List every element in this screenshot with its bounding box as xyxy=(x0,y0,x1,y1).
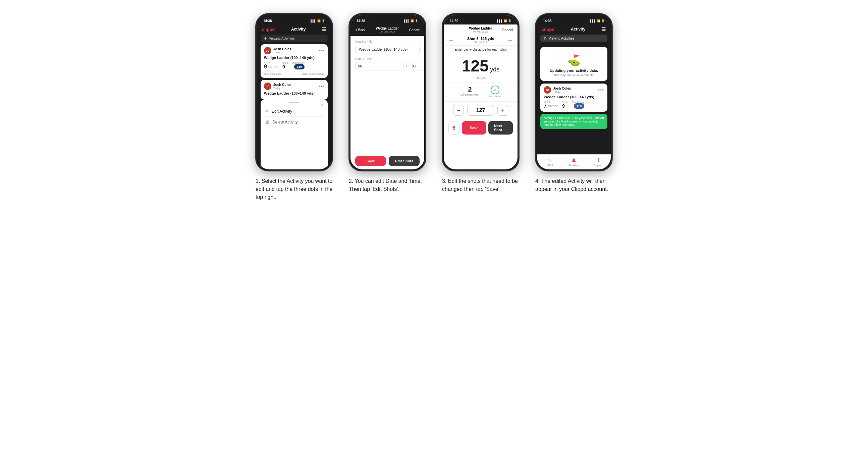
app-logo-4: clippd xyxy=(542,27,554,32)
stat-score-1: Score 9 OUT OF xyxy=(264,61,279,70)
card-dots-4[interactable]: ••• xyxy=(598,87,604,93)
shot-title-3: Wedge Ladder xyxy=(469,27,492,30)
shots-val-4: 9 xyxy=(562,103,568,109)
card-user-row-4: JC Josh Coles Today ••• xyxy=(544,86,604,94)
date-sep-1: / xyxy=(406,64,407,68)
quality-badge-4: 118 xyxy=(574,103,584,109)
battery-icon-2: 🔋 xyxy=(415,20,418,23)
card-dots-1[interactable]: ••• xyxy=(318,48,324,53)
wifi-icon-3: 📶 xyxy=(504,20,507,23)
caption-2: 2. You can edit Date and Time. Then tap … xyxy=(349,177,426,193)
score-val-row-4: 7 OUT OF xyxy=(544,103,559,109)
card-user-date-2: Today xyxy=(273,87,291,90)
score-val-4: 7 xyxy=(544,103,547,109)
status-icons-4: ▌▌▌ 📶 🔋 xyxy=(590,20,605,23)
card-user-info-4: JC Josh Coles Today xyxy=(544,86,571,94)
card-user-date-1: Today xyxy=(273,51,291,54)
save-shot-button-3[interactable]: Save xyxy=(462,121,486,134)
back-button-2[interactable]: < Back xyxy=(355,28,366,32)
caption-3: 3. Edit the shots that need to be change… xyxy=(442,177,519,193)
shots-val-1: 9 xyxy=(282,64,288,69)
day-input-2[interactable] xyxy=(355,62,404,70)
edit-header-title-2: Wedge Ladder xyxy=(376,27,399,30)
update-subtitle-4: This may take a few moments. xyxy=(544,73,604,77)
toast-message-4: "Wedge Ladder (100–140 yds)" was updated… xyxy=(544,117,604,126)
phone-screen-1: 14:38 ▌▌▌ 📶 🔋 clippd Activity ☰ ⚙ Vi xyxy=(257,15,331,169)
practice-title-input-2[interactable] xyxy=(355,44,420,54)
status-icons-2: ▌▌▌ 📶 🔋 xyxy=(404,20,418,23)
score-label-4: Score xyxy=(544,101,559,103)
delete-activity-item[interactable]: 🗑 Delete Activity xyxy=(265,117,323,127)
home-label-4: Home xyxy=(546,163,553,166)
activity-card-1[interactable]: JC Josh Coles Today ••• Wedge Ladder (10… xyxy=(260,44,328,78)
edit-shots-button-2[interactable]: Edit Shots xyxy=(389,156,420,166)
shot-subtitle-3: 06 Mar 2023 xyxy=(469,30,492,33)
hamburger-icon-1[interactable]: ☰ xyxy=(322,27,326,32)
shot-input-row-3: − + xyxy=(444,102,518,119)
shots-label-1: Shots xyxy=(282,62,288,64)
capture-icon-4: ⊕ xyxy=(596,157,601,163)
hamburger-icon-4[interactable]: ☰ xyxy=(602,27,606,32)
back-button-3[interactable]: < Back xyxy=(448,28,459,32)
quality-label-1: Shot Quality xyxy=(292,62,305,64)
status-time-3: 14:39 xyxy=(450,19,459,23)
sheet-handle xyxy=(289,102,300,103)
battery-icon-4: 🔋 xyxy=(601,20,605,23)
edit-header-subtitle-2: 06 Mar 2023 xyxy=(376,30,399,33)
viewing-activities-label-1: Viewing Activities xyxy=(269,37,295,40)
shot-yds-big-3: 125 xyxy=(462,57,489,75)
save-button-2[interactable]: Save xyxy=(355,156,386,166)
app-logo-1: clippd xyxy=(262,27,275,32)
tab-capture-4[interactable]: ⊕ Capture xyxy=(586,157,611,167)
close-icon[interactable]: ✕ xyxy=(320,102,324,108)
shot-header-center-3: Wedge Ladder 06 Mar 2023 xyxy=(469,27,492,33)
card-dots-2[interactable]: ••• xyxy=(318,84,324,89)
card-user-name-4: Josh Coles xyxy=(553,87,571,90)
viewing-activities-label-4: Viewing Activities xyxy=(549,37,575,40)
phone-screen-2: 14:38 ▌▌▌ 📶 🔋 < Back Wedge Ladder 06 Mar… xyxy=(350,15,424,169)
footer-info-1: Test Information xyxy=(264,73,281,75)
toast-close-4[interactable]: ✕ xyxy=(601,116,605,120)
plus-button-3[interactable]: + xyxy=(497,105,508,116)
quality-badge-1: 130 xyxy=(294,64,305,69)
cancel-button-3[interactable]: Cancel xyxy=(502,28,513,32)
viewing-activities-bar-1: ⚙ Viewing Activities xyxy=(260,35,328,42)
stat-shots-4: Shots 9 xyxy=(562,101,568,109)
phone-1: 14:38 ▌▌▌ 📶 🔋 clippd Activity ☰ ⚙ Vi xyxy=(252,13,336,201)
next-shot-label-3: Next Shot xyxy=(491,124,505,132)
phone-notch-2 xyxy=(372,14,402,22)
caption-4: 4. The edited Activity will then appear … xyxy=(535,177,613,193)
prev-shot-arrow[interactable]: ← xyxy=(448,37,454,43)
edit-activity-item[interactable]: ✏ Edit Activity xyxy=(265,106,323,117)
phone-frame-4: 14:38 ▌▌▌ 📶 🔋 clippd Activity ☰ ⚙ Vi xyxy=(535,13,613,171)
activity-card-2[interactable]: JC Josh Coles Today ••• Wedge Ladder (10… xyxy=(260,80,328,100)
card-stats-1: Score 9 OUT OF Shots 9 Shot Quality xyxy=(264,61,324,70)
next-shot-button-3[interactable]: Next Shot → xyxy=(488,121,513,134)
date-time-label-2: Date & Time xyxy=(355,57,420,61)
pencil-icon: ✏ xyxy=(265,109,269,114)
tab-home-4[interactable]: ⌂ Home xyxy=(537,157,561,167)
app-title-4: Activity xyxy=(571,27,585,32)
tab-activities-4[interactable]: ♟ Activities xyxy=(561,157,586,167)
card-user-details-2: Josh Coles Today xyxy=(273,83,291,90)
minus-button-3[interactable]: − xyxy=(453,105,464,116)
phone-frame-3: 14:39 ▌▌▌ 📶 🔋 < Back Wedge Ladder 06 Mar… xyxy=(442,13,519,171)
card-user-row-1: JC Josh Coles Today ••• xyxy=(264,47,324,54)
activity-card-4[interactable]: JC Josh Coles Today ••• Wedge Ladder (10… xyxy=(540,84,608,112)
trash-button-3[interactable]: 🗑 xyxy=(448,121,460,134)
shot-number-input-3[interactable] xyxy=(467,105,494,116)
cancel-button-2[interactable]: Cancel xyxy=(409,28,420,32)
app-header-1: clippd Activity ☰ xyxy=(257,25,331,35)
update-title-4: Updating your activity data. xyxy=(544,68,604,72)
next-shot-arrow[interactable]: → xyxy=(507,37,513,43)
card-user-date-4: Today xyxy=(553,90,571,93)
edit-activity-label: Edit Activity xyxy=(272,109,292,114)
phone-2: 14:38 ▌▌▌ 📶 🔋 < Back Wedge Ladder 06 Mar… xyxy=(345,13,429,193)
phone-screen-4: 14:38 ▌▌▌ 📶 🔋 clippd Activity ☰ ⚙ Vi xyxy=(537,15,611,169)
month-input-2[interactable] xyxy=(409,62,424,70)
footer-data-1: Data: Clippd Capture xyxy=(303,73,324,75)
bottom-sheet: ✕ ✏ Edit Activity 🗑 Delete Activity xyxy=(260,100,328,169)
activities-label-4: Activities xyxy=(568,164,579,167)
signal-icon-4: ▌▌▌ xyxy=(590,20,596,23)
card-user-info-2: JC Josh Coles Today xyxy=(264,83,291,90)
